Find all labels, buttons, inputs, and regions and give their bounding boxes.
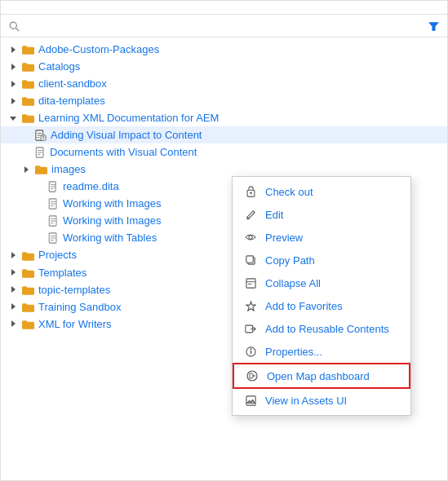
context-menu-item-copy-path[interactable]: Copy Path <box>233 249 410 271</box>
folder-icon <box>35 163 47 175</box>
chevron-right-icon[interactable] <box>9 284 20 295</box>
search-input[interactable] <box>24 20 424 32</box>
tree-item[interactable]: Documents with Visual Content <box>1 143 447 161</box>
tree-item[interactable]: Adding Visual Impact to Content <box>1 126 447 143</box>
pencil-icon <box>244 208 257 221</box>
chevron-right-icon[interactable] <box>22 164 33 175</box>
tree-item-label: Documents with Visual Content <box>50 146 197 158</box>
tree-item-label: Catalogs <box>38 60 80 73</box>
context-menu: Check outEditPreviewCopy PathCollapse Al… <box>232 176 411 416</box>
tree-item-label: Projects <box>38 249 77 261</box>
context-menu-item-label: Copy Path <box>265 254 315 267</box>
properties-icon <box>244 345 257 358</box>
chevron-right-icon[interactable] <box>9 61 20 73</box>
folder-icon <box>22 318 34 330</box>
svg-rect-47 <box>246 255 252 262</box>
topic-icon <box>48 215 59 227</box>
chevron-right-icon[interactable] <box>9 267 20 278</box>
context-menu-item-view-assets[interactable]: View in Assets UI <box>233 389 410 412</box>
context-menu-item-collapse-all[interactable]: Collapse All <box>233 271 410 294</box>
file-icon <box>48 181 59 193</box>
context-menu-item-label: Add to Reusable Contents <box>265 323 389 335</box>
context-menu-item-edit[interactable]: Edit <box>233 203 410 226</box>
tree-item[interactable]: Learning XML Documentation for AEM <box>1 109 447 126</box>
svg-marker-39 <box>11 303 16 310</box>
folder-icon <box>22 43 34 55</box>
chevron-right-icon[interactable] <box>9 301 20 312</box>
tree-item-label: XML for Writers <box>38 318 112 330</box>
tree-item-label: Adobe-Custom-Packages <box>38 43 159 55</box>
svg-point-42 <box>250 192 252 194</box>
svg-marker-40 <box>11 320 16 327</box>
tree-item[interactable]: client-sandbox <box>1 75 447 92</box>
svg-marker-51 <box>246 301 255 310</box>
svg-marker-19 <box>24 166 29 173</box>
context-menu-item-label: Collapse All <box>265 277 321 289</box>
svg-marker-4 <box>11 64 16 70</box>
tree-item-label: Working with Tables <box>63 232 157 244</box>
repository-panel: Adobe-Custom-PackagesCatalogsclient-sand… <box>0 0 448 481</box>
chevron-right-icon[interactable] <box>9 78 20 90</box>
star-icon <box>244 299 257 312</box>
svg-marker-6 <box>11 98 16 104</box>
svg-marker-3 <box>11 46 16 53</box>
tree-item[interactable]: dita-templates <box>1 92 447 109</box>
tree-item-label: Training Sandbox <box>38 301 121 313</box>
context-menu-item-checkout[interactable]: Check out <box>233 180 410 203</box>
context-menu-item-label: Add to Favorites <box>265 300 343 312</box>
context-menu-item-label: Edit <box>265 209 283 221</box>
svg-marker-59 <box>246 399 254 403</box>
lock-icon <box>244 185 257 198</box>
folder-icon <box>22 60 34 73</box>
tree-item-label: readme.dita <box>63 180 119 192</box>
chevron-right-icon[interactable] <box>9 318 20 329</box>
folder-icon <box>22 112 34 124</box>
map-dashboard-icon <box>246 369 259 382</box>
tree-item-label: images <box>51 163 86 175</box>
eye-icon <box>244 231 257 244</box>
tree-item-label: Adding Visual Impact to Content <box>51 129 202 141</box>
tree-item[interactable]: Adobe-Custom-Packages <box>1 41 447 58</box>
topic-icon <box>48 198 59 210</box>
folder-icon <box>22 77 34 90</box>
tree-item-label: dita-templates <box>38 95 105 107</box>
tree-item-label: topic-templates <box>38 284 110 296</box>
tree-item-label: Learning XML Documentation for AEM <box>38 112 219 124</box>
svg-rect-48 <box>246 278 255 287</box>
folder-icon <box>22 95 34 107</box>
svg-point-45 <box>249 236 252 239</box>
svg-marker-2 <box>429 23 438 31</box>
svg-marker-7 <box>10 117 16 121</box>
folder-icon <box>22 267 34 279</box>
svg-marker-37 <box>11 269 16 276</box>
svg-rect-60 <box>246 395 255 404</box>
context-menu-item-label: Properties... <box>265 346 322 358</box>
search-icon <box>9 20 20 32</box>
tree-item-label: client-sandbox <box>38 77 107 90</box>
context-menu-item-add-reusable[interactable]: Add to Reusable Contents <box>233 317 410 340</box>
reusable-icon <box>244 322 257 335</box>
topic-icon <box>35 146 46 158</box>
context-menu-item-open-map[interactable]: Open Map dashboard <box>233 363 410 389</box>
filter-icon[interactable] <box>428 20 439 32</box>
context-menu-item-preview[interactable]: Preview <box>233 226 410 249</box>
context-menu-item-label: View in Assets UI <box>265 395 347 407</box>
chevron-down-icon[interactable] <box>9 113 20 124</box>
folder-icon <box>22 249 34 261</box>
context-menu-item-label: Check out <box>265 186 313 198</box>
svg-line-1 <box>16 29 20 32</box>
chevron-right-icon[interactable] <box>9 249 20 261</box>
map-icon <box>35 129 47 141</box>
svg-marker-36 <box>11 252 16 258</box>
context-menu-item-add-favorites[interactable]: Add to Favorites <box>233 294 410 317</box>
search-bar <box>1 15 447 38</box>
svg-point-56 <box>250 348 251 350</box>
collapse-icon <box>244 276 257 289</box>
panel-header <box>1 1 447 15</box>
chevron-right-icon[interactable] <box>9 44 20 55</box>
tree-item-label: Working with Images <box>63 197 161 210</box>
tree-item[interactable]: Catalogs <box>1 58 447 75</box>
chevron-right-icon[interactable] <box>9 95 20 107</box>
context-menu-item-properties[interactable]: Properties... <box>233 340 410 363</box>
svg-point-0 <box>10 22 16 29</box>
